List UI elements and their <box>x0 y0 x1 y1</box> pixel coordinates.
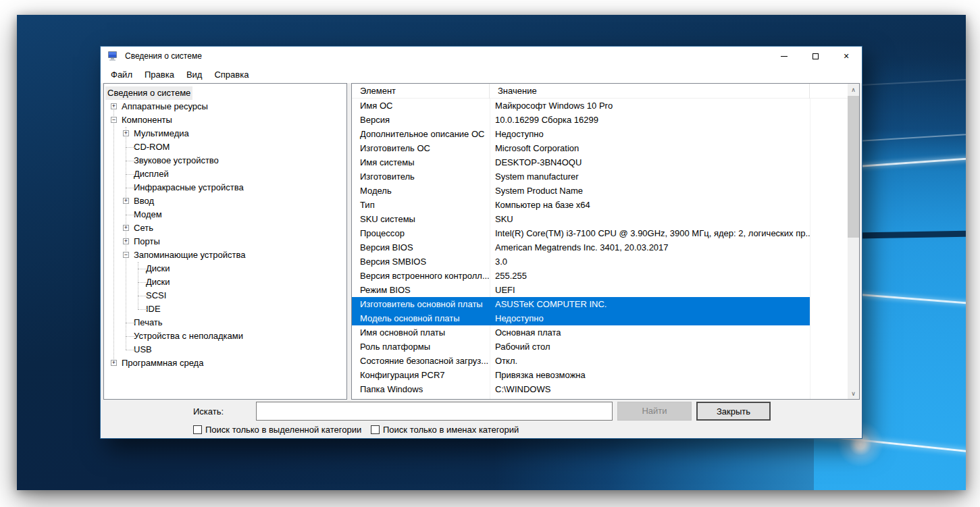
tree-collapse-minus-icon[interactable]: − <box>123 252 129 258</box>
table-row[interactable]: Имя основной платыОсновная плата <box>352 325 848 340</box>
tree-expand-plus-icon[interactable]: + <box>123 198 129 204</box>
row-item-cell: Имя ОС <box>352 99 490 113</box>
tree-item[interactable]: −Запоминающие устройства <box>104 248 346 262</box>
row-item-cell: Папка Windows <box>352 382 490 396</box>
tree-expand-plus-icon[interactable]: + <box>123 225 129 231</box>
table-row[interactable]: SKU системыSKU <box>352 212 848 226</box>
table-row[interactable]: Папка WindowsC:\WINDOWS <box>352 382 848 396</box>
tree-item[interactable]: +Ввод <box>104 194 346 208</box>
find-button[interactable]: Найти <box>617 402 692 421</box>
tree-connector-line <box>126 323 135 323</box>
menu-item[interactable]: Вид <box>180 67 209 82</box>
tree-item[interactable]: +Мультимедиа <box>104 127 346 140</box>
table-row[interactable]: ПроцессорIntel(R) Core(TM) i3-7100 CPU @… <box>352 226 848 240</box>
tree-connector-line <box>138 269 147 269</box>
table-row[interactable]: Версия встроенного контролл...255.255 <box>352 269 848 283</box>
row-value-cell: 10.0.16299 Сборка 16299 <box>490 113 810 127</box>
scroll-up-arrow-icon[interactable]: ∧ <box>848 84 859 95</box>
vertical-scrollbar[interactable]: ∧ ∨ <box>848 84 859 399</box>
tree-item[interactable]: −Компоненты <box>104 113 346 127</box>
checkbox-category-names[interactable]: Поиск только в именах категорий <box>371 425 519 435</box>
tree-expand-plus-icon[interactable]: + <box>111 360 117 366</box>
row-value-cell: C:\WINDOWS <box>490 382 810 396</box>
tree-item-label: Ввод <box>132 194 156 208</box>
row-value-cell: Майкрософт Windows 10 Pro <box>490 99 810 113</box>
table-row[interactable]: Изготовитель основной платыASUSTeK COMPU… <box>352 297 848 311</box>
tree-connector-line <box>138 309 147 310</box>
row-item-cell: Состояние безопасной загруз... <box>352 354 490 368</box>
checkbox-icon[interactable] <box>371 425 380 434</box>
table-row[interactable]: ТипКомпьютер на базе x64 <box>352 198 848 212</box>
tree-item[interactable]: +Аппаратные ресурсы <box>104 100 346 113</box>
tree-expand-plus-icon[interactable]: + <box>123 130 129 136</box>
checkbox-icon[interactable] <box>193 425 202 434</box>
close-button[interactable]: Закрыть <box>696 402 771 421</box>
table-row[interactable]: Имя ОСМайкрософт Windows 10 Pro <box>352 99 848 113</box>
tree-item[interactable]: IDE <box>104 302 346 316</box>
maximize-icon[interactable] <box>800 47 831 65</box>
row-value-cell: Недоступно <box>490 311 810 325</box>
tree-connector-line <box>126 147 135 148</box>
menu-item[interactable]: Файл <box>105 67 138 82</box>
tree-item[interactable]: Инфракрасные устройства <box>104 181 346 194</box>
row-item-cell: Версия BIOS <box>352 240 490 255</box>
tree-item[interactable]: Диски <box>104 262 346 275</box>
search-input[interactable] <box>256 402 613 421</box>
table-row[interactable]: Версия BIOSAmerican Megatrends Inc. 3401… <box>352 240 848 255</box>
table-row[interactable]: Конфигурация PCR7Привязка невозможна <box>352 368 848 382</box>
table-row[interactable]: Состояние безопасной загруз...Откл. <box>352 354 848 368</box>
row-item-cell: Режим BIOS <box>352 283 490 297</box>
tree-collapse-minus-icon[interactable]: − <box>111 117 117 123</box>
table-row[interactable]: Роль платформыРабочий стол <box>352 340 848 354</box>
close-icon[interactable]: × <box>831 47 862 65</box>
table-row[interactable]: Режим BIOSUEFI <box>352 283 848 297</box>
scroll-down-arrow-icon[interactable]: ∨ <box>848 388 859 399</box>
tree-item[interactable]: Устройства с неполадками <box>104 329 346 343</box>
tree-item-label: Звуковое устройство <box>132 154 221 167</box>
row-value-cell: UEFI <box>490 283 810 297</box>
table-row[interactable]: ИзготовительSystem manufacturer <box>352 169 848 184</box>
table-row[interactable]: Версия10.0.16299 Сборка 16299 <box>352 113 848 127</box>
table-row[interactable]: Модель основной платыНедоступно <box>352 311 848 325</box>
scrollbar-thumb[interactable] <box>848 96 859 238</box>
tree-item[interactable]: CD-ROM <box>104 140 346 154</box>
menu-item[interactable]: Справка <box>208 67 255 82</box>
tree-item[interactable]: Печать <box>104 316 346 329</box>
tree-item[interactable]: Диски <box>104 275 346 289</box>
row-value-cell: Привязка невозможна <box>490 368 810 382</box>
tree-item[interactable]: SCSI <box>104 289 346 302</box>
column-header-value[interactable]: Значение <box>490 84 810 99</box>
table-row[interactable]: Версия SMBIOS3.0 <box>352 255 848 269</box>
tree-item[interactable]: USB <box>104 343 346 356</box>
tree-item[interactable]: Модем <box>104 208 346 221</box>
row-value-cell: American Megatrends Inc. 3401, 20.03.201… <box>490 240 810 255</box>
tree-item[interactable]: Звуковое устройство <box>104 154 346 167</box>
tree-item[interactable]: +Порты <box>104 235 346 248</box>
row-value-cell: System Product Name <box>490 184 810 198</box>
tree-expand-plus-icon[interactable]: + <box>123 238 129 244</box>
row-item-cell: Модель основной платы <box>352 311 490 325</box>
tree-item[interactable]: Дисплей <box>104 167 346 181</box>
row-value-cell: SKU <box>490 212 810 226</box>
checkbox-label: Поиск только в именах категорий <box>383 425 519 435</box>
row-value-cell: 3.0 <box>490 255 810 269</box>
table-row[interactable]: Дополнительное описание ОСНедоступно <box>352 127 848 141</box>
table-row[interactable]: МодельSystem Product Name <box>352 184 848 198</box>
tree-item[interactable]: Сведения о системе <box>104 86 346 100</box>
tree-item[interactable]: +Программная среда <box>104 356 346 370</box>
list-rows: Имя ОСМайкрософт Windows 10 ProВерсия10.… <box>352 99 848 399</box>
tree-item[interactable]: +Сеть <box>104 221 346 235</box>
titlebar[interactable]: Сведения о системе × <box>101 47 862 65</box>
row-value-cell: DESKTOP-3BN4OQU <box>490 155 810 169</box>
tree-item-label: Порты <box>132 235 162 248</box>
table-row[interactable]: Изготовитель ОСMicrosoft Corporation <box>352 141 848 155</box>
category-tree: Сведения о системе+Аппаратные ресурсы−Ко… <box>104 84 346 399</box>
row-value-cell: Intel(R) Core(TM) i3-7100 CPU @ 3.90GHz,… <box>490 226 810 240</box>
column-header-item[interactable]: Элемент <box>352 84 490 99</box>
tree-expand-plus-icon[interactable]: + <box>111 103 117 109</box>
menu-item[interactable]: Правка <box>138 67 180 82</box>
table-row[interactable]: Имя системыDESKTOP-3BN4OQU <box>352 155 848 169</box>
row-item-cell: Роль платформы <box>352 340 490 354</box>
checkbox-selected-category[interactable]: Поиск только в выделенной категории <box>193 425 361 435</box>
minimize-icon[interactable] <box>769 47 800 65</box>
